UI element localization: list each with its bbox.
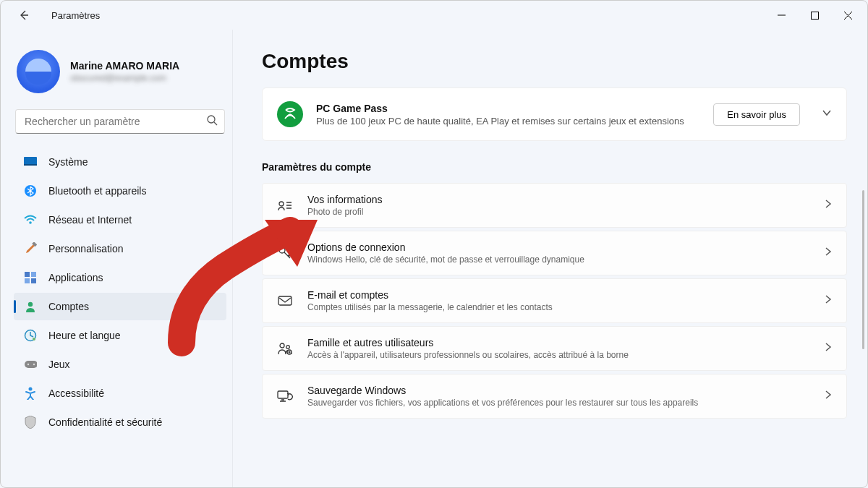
settings-list: Vos informations Photo de profil Options… — [262, 183, 847, 419]
contact-icon — [277, 200, 293, 211]
svg-point-17 — [29, 388, 33, 391]
wifi-icon — [24, 213, 37, 226]
search-input[interactable] — [15, 109, 225, 134]
minimize-icon — [778, 12, 786, 20]
svg-rect-8 — [31, 272, 36, 277]
svg-rect-9 — [25, 278, 30, 283]
setting-family-users[interactable]: Famille et autres utilisateurs Accès à l… — [262, 326, 847, 371]
sidebar-item-network[interactable]: Réseau et Internet — [14, 206, 226, 234]
shield-icon — [24, 416, 37, 429]
accessibility-icon — [24, 387, 37, 400]
maximize-button[interactable] — [798, 4, 831, 26]
page-title: Comptes — [262, 50, 847, 73]
svg-rect-25 — [278, 391, 288, 398]
window-controls — [765, 4, 864, 26]
sidebar-item-label: Applications — [48, 272, 103, 283]
setting-title: Vos informations — [307, 194, 810, 205]
scrollbar[interactable] — [862, 190, 864, 349]
minimize-button[interactable] — [765, 4, 798, 26]
clock-icon — [24, 329, 37, 342]
svg-point-23 — [286, 346, 290, 349]
sidebar: Marine AMARO MARIA obscured@example.com … — [1, 30, 232, 487]
setting-title: Famille et autres utilisateurs — [307, 337, 810, 348]
setting-subtitle: Photo de profil — [307, 207, 810, 217]
sidebar-item-label: Comptes — [48, 301, 89, 312]
brush-icon — [24, 242, 37, 255]
maximize-icon — [811, 12, 819, 20]
setting-email-accounts[interactable]: E-mail et comptes Comptes utilisés par l… — [262, 278, 847, 323]
sidebar-item-label: Système — [48, 156, 88, 168]
sidebar-item-system[interactable]: Système — [14, 148, 226, 176]
setting-title: Sauvegarde Windows — [307, 385, 810, 396]
avatar — [17, 50, 60, 93]
svg-point-13 — [33, 338, 35, 341]
user-name: Marine AMARO MARIA — [70, 60, 179, 72]
svg-point-5 — [29, 221, 32, 224]
apps-icon — [24, 271, 37, 284]
key-icon — [277, 246, 293, 260]
svg-rect-10 — [31, 278, 36, 283]
setting-subtitle: Comptes utilisés par la messagerie, le c… — [307, 302, 810, 312]
gamepad-icon — [24, 358, 37, 371]
display-icon — [24, 155, 37, 168]
backup-icon — [277, 390, 293, 403]
mail-icon — [277, 295, 293, 307]
promo-title: PC Game Pass — [316, 103, 700, 114]
search-box — [15, 109, 225, 134]
sidebar-item-label: Heure et langue — [48, 330, 121, 341]
bluetooth-icon — [24, 184, 37, 197]
chevron-right-icon — [825, 199, 832, 212]
close-button[interactable] — [831, 4, 864, 26]
sidebar-item-bluetooth[interactable]: Bluetooth et appareils — [14, 177, 226, 205]
svg-point-20 — [279, 247, 285, 253]
promo-subtitle: Plus de 100 jeux PC de haute qualité, EA… — [316, 116, 692, 127]
svg-rect-0 — [811, 12, 818, 19]
user-email: obscured@example.com — [70, 73, 179, 83]
chevron-right-icon — [825, 247, 832, 260]
chevron-right-icon — [825, 390, 832, 403]
sidebar-item-time-language[interactable]: Heure et langue — [14, 322, 226, 349]
sidebar-item-gaming[interactable]: Jeux — [14, 351, 226, 378]
svg-rect-3 — [24, 164, 37, 166]
user-profile[interactable]: Marine AMARO MARIA obscured@example.com — [14, 37, 226, 109]
sidebar-item-label: Bluetooth et appareils — [48, 185, 146, 197]
setting-title: E-mail et comptes — [307, 289, 810, 301]
setting-subtitle: Windows Hello, clé de sécurité, mot de p… — [307, 254, 810, 265]
app-title: Paramètres — [51, 10, 100, 21]
svg-rect-14 — [25, 361, 37, 368]
main: Comptes PC Game Pass Plus de 100 jeux PC… — [232, 30, 867, 487]
sidebar-item-accounts[interactable]: Comptes — [14, 293, 226, 320]
promo-card[interactable]: PC Game Pass Plus de 100 jeux PC de haut… — [262, 87, 847, 141]
sidebar-item-apps[interactable]: Applications — [14, 264, 226, 291]
titlebar: Paramètres — [1, 1, 867, 30]
promo-learn-more-button[interactable]: En savoir plus — [713, 103, 800, 126]
setting-your-info[interactable]: Vos informations Photo de profil — [262, 183, 847, 228]
sidebar-item-label: Accessibilité — [48, 388, 104, 399]
sidebar-item-label: Jeux — [48, 359, 70, 370]
setting-subtitle: Accès à l'appareil, utilisateurs profess… — [307, 350, 810, 360]
section-title: Paramètres du compte — [262, 161, 847, 173]
chevron-right-icon — [825, 294, 832, 307]
person-icon — [24, 300, 37, 313]
svg-rect-21 — [278, 296, 292, 305]
arrow-left-icon — [18, 9, 30, 21]
setting-signin-options[interactable]: Options de connexion Windows Hello, clé … — [262, 231, 847, 275]
xbox-icon — [277, 101, 303, 127]
setting-windows-backup[interactable]: Sauvegarde Windows Sauvegarder vos fichi… — [262, 374, 847, 419]
sidebar-item-label: Personnalisation — [48, 243, 124, 254]
close-icon — [844, 12, 852, 20]
svg-point-11 — [28, 302, 33, 307]
back-button[interactable] — [14, 5, 34, 25]
svg-point-19 — [279, 202, 284, 206]
sidebar-item-accessibility[interactable]: Accessibilité — [14, 380, 226, 407]
family-icon — [277, 342, 293, 355]
sidebar-item-privacy[interactable]: Confidentialité et sécurité — [14, 408, 226, 436]
setting-subtitle: Sauvegarder vos fichiers, vos applicatio… — [307, 398, 810, 408]
nav: Système Bluetooth et appareils Réseau et… — [14, 148, 226, 436]
setting-title: Options de connexion — [307, 241, 810, 253]
chevron-down-icon[interactable] — [822, 108, 832, 121]
sidebar-item-personalization[interactable]: Personnalisation — [14, 235, 226, 262]
sidebar-item-label: Réseau et Internet — [48, 214, 132, 226]
svg-point-16 — [33, 364, 35, 365]
sidebar-item-label: Confidentialité et sécurité — [48, 416, 162, 428]
